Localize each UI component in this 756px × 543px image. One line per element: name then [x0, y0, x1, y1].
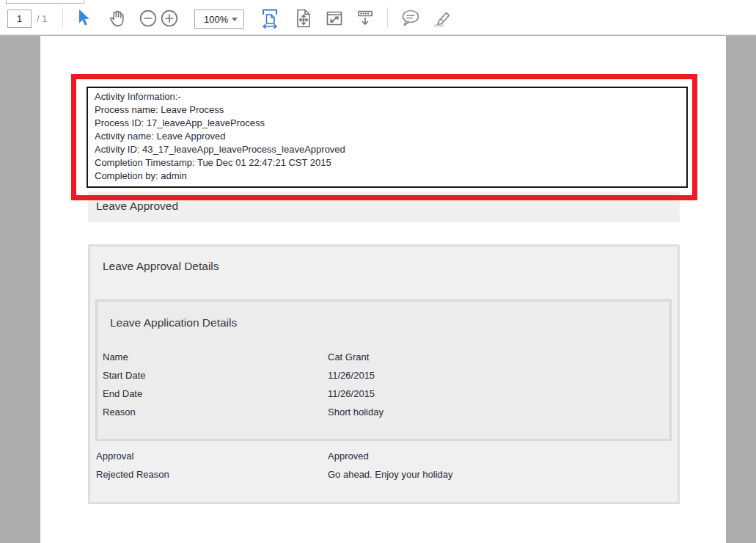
- fit-width-button[interactable]: [260, 8, 280, 29]
- hand-tool-button[interactable]: [107, 8, 128, 29]
- toolbar-divider: [387, 7, 388, 28]
- field-row-start-date: Start Date 11/26/2015: [103, 370, 667, 382]
- field-value: Go ahead. Enjoy your holiday: [328, 469, 453, 480]
- field-label: Reason: [103, 407, 136, 418]
- zoom-level-value: 100%: [204, 14, 232, 25]
- red-highlight-annotation: [71, 74, 697, 200]
- clipped-top-control: [6, 0, 84, 4]
- comment-button[interactable]: [400, 8, 421, 29]
- leave-approval-details-panel: Leave Approval Details Leave Application…: [88, 244, 680, 504]
- subpanel-title: Leave Application Details: [110, 316, 237, 329]
- download-button[interactable]: [355, 8, 375, 29]
- zoom-in-button[interactable]: [159, 8, 180, 29]
- pdf-toolbar: / 1 100%: [0, 0, 756, 35]
- fit-page-button[interactable]: [293, 8, 314, 29]
- field-row-end-date: End Date 11/26/2015: [103, 388, 667, 400]
- field-value: Approved: [328, 451, 369, 462]
- section-title: Leave Approved: [96, 200, 178, 213]
- leave-application-details-panel: Leave Application Details Name Cat Grant…: [95, 299, 672, 441]
- field-row-approval: Approval Approved: [96, 451, 668, 462]
- field-label: Rejected Reason: [96, 469, 169, 480]
- chevron-down-icon: [232, 18, 238, 21]
- app-window: / 1 100%: [0, 0, 756, 543]
- field-row-rejected-reason: Rejected Reason Go ahead. Enjoy your hol…: [96, 469, 668, 481]
- cursor-arrow-icon: [76, 9, 92, 28]
- field-row-reason: Reason Short holiday: [103, 407, 667, 418]
- field-label: End Date: [103, 388, 142, 399]
- document-canvas[interactable]: Activity Information:- Process name: Lea…: [0, 36, 756, 543]
- field-value: Short holiday: [328, 407, 383, 418]
- comment-bubble-icon: [400, 9, 421, 28]
- fit-page-icon: [295, 9, 312, 28]
- field-value: 11/26/2015: [328, 370, 375, 381]
- zoom-in-icon: [160, 9, 179, 28]
- toolbar-divider: [62, 7, 63, 28]
- zoom-level-dropdown[interactable]: 100%: [194, 10, 244, 29]
- fit-width-icon: [260, 8, 279, 29]
- field-label: Start Date: [103, 370, 146, 381]
- download-toolbar-icon: [356, 9, 374, 28]
- pdf-page: Activity Information:- Process name: Lea…: [40, 36, 726, 543]
- fullscreen-button[interactable]: [324, 8, 345, 29]
- highlighter-pen-icon: [431, 9, 452, 28]
- field-value: Cat Grant: [328, 351, 369, 362]
- field-label: Approval: [96, 451, 133, 462]
- field-label: Name: [103, 351, 128, 362]
- highlight-button[interactable]: [431, 8, 452, 29]
- page-count-label: / 1: [37, 13, 47, 24]
- fullscreen-icon: [326, 10, 343, 27]
- select-tool-button[interactable]: [73, 8, 94, 29]
- hand-icon: [108, 9, 127, 28]
- panel-title: Leave Approval Details: [103, 260, 219, 273]
- field-value: 11/26/2015: [328, 388, 375, 399]
- zoom-out-button[interactable]: [138, 8, 158, 29]
- page-number-input[interactable]: [7, 10, 32, 28]
- field-row-name: Name Cat Grant: [103, 351, 667, 363]
- zoom-out-icon: [139, 9, 158, 28]
